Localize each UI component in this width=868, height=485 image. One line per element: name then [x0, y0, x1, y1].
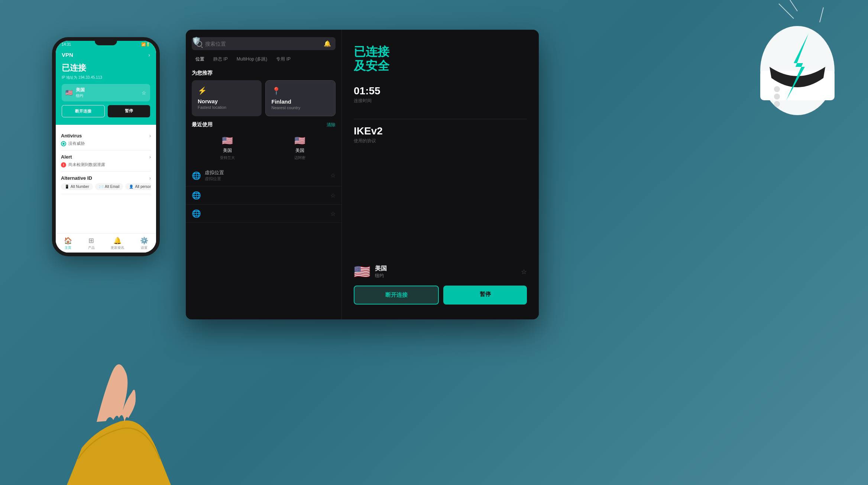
search-icon: [196, 41, 202, 47]
tab-multihop[interactable]: MultiHop (多跳): [233, 55, 271, 64]
protocol-label: 使用的协议: [354, 138, 527, 144]
recent-item-atlanta[interactable]: 🇺🇸 美国 亚特兰大: [192, 131, 263, 165]
nav-home-label: 主页: [65, 245, 71, 250]
rec-card-finland[interactable]: 📍 Finland Nearest country: [265, 80, 336, 116]
recommended-cards: ⚡ Norway Fastest location 📍 Finland Near…: [192, 80, 336, 116]
alert-status-text: 尚未检测到数据泄露: [68, 162, 105, 167]
tab-static-ip[interactable]: 静态 IP: [210, 55, 231, 64]
lightning-icon: ⚡: [198, 86, 256, 95]
virt-star-1[interactable]: ☆: [330, 172, 336, 179]
finland-label: Nearest country: [272, 105, 330, 110]
us-country-miami: 美国: [295, 147, 304, 154]
phone-header: VPN › 已连接 IP 地址为 194.33.45.113 🇺🇸 美国 纽约 …: [56, 46, 156, 125]
connected-title: 已连接及安全: [354, 45, 527, 73]
alt-email-item[interactable]: ✉️ Alt Email: [95, 183, 123, 190]
rec-card-norway[interactable]: ⚡ Norway Fastest location: [192, 80, 262, 116]
connected-star[interactable]: ☆: [521, 268, 527, 276]
nav-news[interactable]: 🔔 更新资讯: [111, 237, 124, 250]
recently-used-header: 最近使用 清除: [186, 116, 341, 131]
search-bar[interactable]: 🔔: [192, 37, 336, 50]
nav-home[interactable]: 🏠 主页: [64, 237, 72, 250]
us-city-miami: 迈阿密: [294, 155, 305, 160]
norway-label: Fastest location: [198, 105, 256, 110]
disconnect-button[interactable]: 断开连接: [354, 286, 439, 305]
norway-country: Norway: [198, 98, 256, 104]
nav-products[interactable]: ⊞ 产品: [88, 237, 95, 250]
alert-header[interactable]: Alert ›: [61, 154, 151, 160]
nav-products-label: 产品: [88, 245, 95, 250]
alt-email-label: Alt Email: [105, 185, 119, 189]
alert-title: Alert: [61, 154, 72, 160]
alt-id-section: Alternative ID › 📱 Alt Number ✉️ Alt Ema…: [61, 172, 151, 194]
virt-star-2[interactable]: ☆: [330, 192, 336, 199]
phone-star-icon[interactable]: ☆: [142, 90, 146, 96]
bell-icon[interactable]: 🔔: [324, 40, 331, 47]
phone-time: 14:31: [62, 42, 71, 46]
clear-button[interactable]: 清除: [327, 122, 336, 128]
nav-settings-label: 设置: [141, 245, 148, 250]
alt-number-item[interactable]: 📱 Alt Number: [61, 183, 93, 190]
search-input[interactable]: [205, 41, 321, 47]
connected-flag: 🇺🇸: [354, 264, 370, 280]
phone-header-top: VPN ›: [62, 52, 150, 58]
virt-star-3[interactable]: ☆: [330, 210, 336, 217]
alt-id-title: Alternative ID: [61, 175, 92, 181]
phone-mockup: 14:31 📶🔋 VPN › 已连接 IP 地址为 194.33.45.113 …: [52, 37, 171, 279]
phone-loc-city: 纽约: [76, 93, 85, 98]
antivirus-status: 没有威胁: [61, 141, 151, 146]
connected-country: 美国: [375, 265, 387, 273]
svg-line-2: [820, 7, 823, 22]
email-icon: ✉️: [99, 185, 103, 189]
alert-chevron-icon: ›: [149, 154, 151, 160]
pin-icon: 📍: [272, 87, 330, 95]
virt-row-1[interactable]: 🌐 虚拟位置 虚拟位置 ☆: [186, 165, 341, 186]
alert-status-dot: [61, 162, 66, 167]
phone-us-flag: 🇺🇸: [65, 89, 73, 96]
connected-city: 纽约: [375, 273, 387, 279]
nav-news-label: 更新资讯: [111, 245, 124, 250]
svg-point-7: [774, 101, 780, 107]
virt-row-2[interactable]: 🌐 ☆: [186, 186, 341, 205]
phone-icon: 📱: [65, 185, 69, 189]
phone-loc-info: 美国 纽约: [76, 87, 85, 98]
finland-country: Finland: [272, 98, 330, 105]
phone-chevron-icon[interactable]: ›: [148, 52, 150, 58]
alt-id-header[interactable]: Alternative ID ›: [61, 175, 151, 181]
phone-notch: [95, 41, 117, 45]
tab-dedicated-ip[interactable]: 专用 IP: [272, 55, 294, 64]
nav-settings[interactable]: ⚙️ 设置: [140, 237, 148, 250]
phone-location-row[interactable]: 🇺🇸 美国 纽约 ☆: [62, 84, 150, 101]
phone-disconnect-button[interactable]: 断开连接: [62, 105, 105, 117]
person-icon: 👤: [129, 185, 133, 189]
recent-item-miami[interactable]: 🇺🇸 美国 迈阿密: [264, 131, 336, 165]
us-country-atlanta: 美国: [223, 147, 232, 154]
antivirus-header[interactable]: Antivirus ›: [61, 133, 151, 139]
antivirus-chevron-icon: ›: [149, 133, 151, 139]
phone-body: 14:31 📶🔋 VPN › 已连接 IP 地址为 194.33.45.113 …: [52, 37, 160, 256]
recently-used-title: 最近使用: [192, 121, 213, 128]
virt-flag-3: 🌐: [192, 209, 201, 218]
alt-id-chevron-icon: ›: [149, 176, 151, 181]
alt-items-row: 📱 Alt Number ✉️ Alt Email 👤 Alt person: [61, 183, 151, 190]
phone-screen: 14:31 📶🔋 VPN › 已连接 IP 地址为 194.33.45.113 …: [56, 41, 156, 253]
phone-connected-text: 已连接: [62, 62, 150, 74]
pause-button[interactable]: 暂停: [443, 286, 527, 305]
tab-location[interactable]: 位置: [192, 55, 208, 64]
virt-row-3[interactable]: 🌐 ☆: [186, 205, 341, 223]
us-flag-atlanta: 🇺🇸: [222, 136, 233, 146]
desktop-app-window: 🛡️ 🔔 位置 静态 IP MultiHop (多跳) 专用 IP 为您推荐 ⚡…: [186, 30, 539, 319]
phone-pause-button[interactable]: 暂停: [108, 105, 150, 117]
svg-line-1: [790, 0, 797, 11]
divider-1: [354, 119, 527, 119]
phone-ip-text: IP 地址为 194.33.45.113: [62, 75, 150, 80]
antivirus-status-dot: [61, 141, 66, 146]
nav-tabs: 位置 静态 IP MultiHop (多跳) 专用 IP: [192, 55, 336, 64]
phone-loc-country: 美国: [76, 87, 85, 93]
alt-person-item[interactable]: 👤 Alt person: [125, 183, 151, 190]
phone-vpn-title: VPN: [62, 52, 73, 58]
virt-info-1: 虚拟位置 虚拟位置: [205, 169, 224, 182]
recently-used-grid: 🇺🇸 美国 亚特兰大 🇺🇸 美国 迈阿密: [186, 131, 341, 165]
connection-time-value: 01:55: [354, 85, 527, 97]
location-scroll[interactable]: 🌐 虚拟位置 虚拟位置 ☆ 🌐 ☆ 🌐: [186, 165, 341, 223]
virt-flag-1: 🌐: [192, 171, 201, 180]
